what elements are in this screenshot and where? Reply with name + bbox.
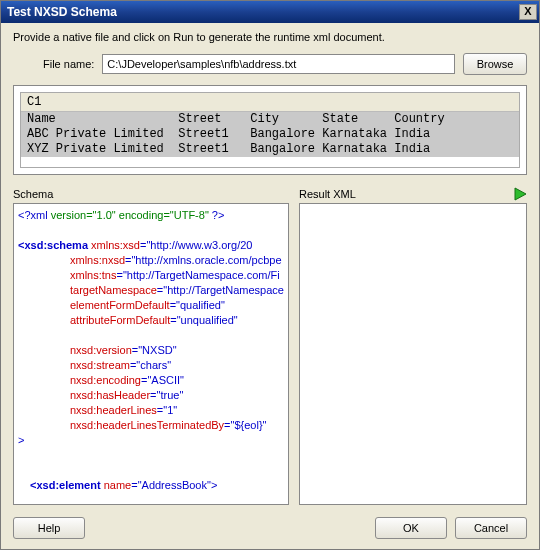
- ok-button[interactable]: OK: [375, 517, 447, 539]
- run-button[interactable]: [513, 187, 527, 201]
- xml-token: nxsd:encoding: [70, 374, 141, 386]
- xml-token: version="1.0" encoding="UTF-8": [51, 209, 209, 221]
- xml-token: "http://TargetNamespace: [163, 284, 284, 296]
- xml-token: nxsd:version: [70, 344, 132, 356]
- browse-button[interactable]: Browse: [463, 53, 527, 75]
- xml-token: xmlns:xsd: [91, 239, 140, 251]
- table-row: XYZ Private Limited Street1 Bangalore Ka…: [21, 142, 519, 157]
- table-row: Name Street City State Country: [21, 112, 519, 128]
- preview-box: C1 Name Street City State Country ABC Pr…: [13, 85, 527, 175]
- schema-panel: Schema <?xml version="1.0" encoding="UTF…: [13, 185, 289, 505]
- table-header-c1: C1: [21, 93, 519, 112]
- xml-token: <xsd:schema: [18, 239, 91, 251]
- xml-token: nxsd:hasHeader: [70, 389, 150, 401]
- xml-token: "unqualified": [177, 314, 238, 326]
- xml-token: "qualified": [176, 299, 225, 311]
- xml-token: "http://xmlns.oracle.com/pcbpe: [131, 254, 281, 266]
- xml-token: xmlns:nxsd: [70, 254, 125, 266]
- table-row: ABC Private Limited Street1 Bangalore Ka…: [21, 127, 519, 142]
- xml-token: elementFormDefault: [70, 299, 170, 311]
- result-body[interactable]: [299, 203, 527, 505]
- xml-token: <?xml: [18, 209, 51, 221]
- xml-token: "1": [163, 404, 177, 416]
- titlebar: Test NXSD Schema X: [1, 1, 539, 23]
- play-icon: [513, 187, 527, 201]
- xml-token: "AddressBook": [138, 479, 211, 491]
- result-label: Result XML: [299, 188, 356, 200]
- schema-body[interactable]: <?xml version="1.0" encoding="UTF-8" ?> …: [13, 203, 289, 505]
- content-area: Provide a native file and click on Run t…: [1, 23, 539, 549]
- xml-token: "ASCII": [147, 374, 184, 386]
- xml-token: ?>: [209, 209, 225, 221]
- xml-token: >: [18, 434, 24, 446]
- close-button[interactable]: X: [519, 4, 537, 20]
- help-button[interactable]: Help: [13, 517, 85, 539]
- xml-token: "http://TargetNamespace.com/Fi: [123, 269, 280, 281]
- panels: Schema <?xml version="1.0" encoding="UTF…: [13, 185, 527, 505]
- close-icon: X: [524, 5, 531, 17]
- result-panel: Result XML: [299, 185, 527, 505]
- xml-token: targetNamespace: [70, 284, 157, 296]
- xml-token: nxsd:stream: [70, 359, 130, 371]
- xml-token: "http://www.w3.org/20: [146, 239, 252, 251]
- xml-token: name: [104, 479, 132, 491]
- xml-token: "true": [157, 389, 184, 401]
- xml-token: "NXSD": [138, 344, 176, 356]
- svg-marker-0: [515, 188, 526, 200]
- xml-token: attributeFormDefault: [70, 314, 170, 326]
- filename-label: File name:: [43, 58, 94, 70]
- xml-token: xmlns:tns: [70, 269, 116, 281]
- cancel-button[interactable]: Cancel: [455, 517, 527, 539]
- xml-token: nxsd:headerLinesTerminatedBy: [70, 419, 224, 431]
- xml-token: "chars": [136, 359, 171, 371]
- preview-table: C1 Name Street City State Country ABC Pr…: [21, 93, 519, 157]
- xml-token: <xsd:element: [30, 479, 104, 491]
- dialog-window: Test NXSD Schema X Provide a native file…: [0, 0, 540, 550]
- title-text: Test NXSD Schema: [7, 5, 117, 19]
- schema-label: Schema: [13, 188, 53, 200]
- filename-input[interactable]: [102, 54, 455, 74]
- xml-token: nxsd:headerLines: [70, 404, 157, 416]
- xml-token: "${eol}": [231, 419, 267, 431]
- instruction-text: Provide a native file and click on Run t…: [13, 31, 527, 43]
- footer: Help OK Cancel: [13, 515, 527, 539]
- file-row: File name: Browse: [13, 53, 527, 75]
- xml-token: >: [211, 479, 217, 491]
